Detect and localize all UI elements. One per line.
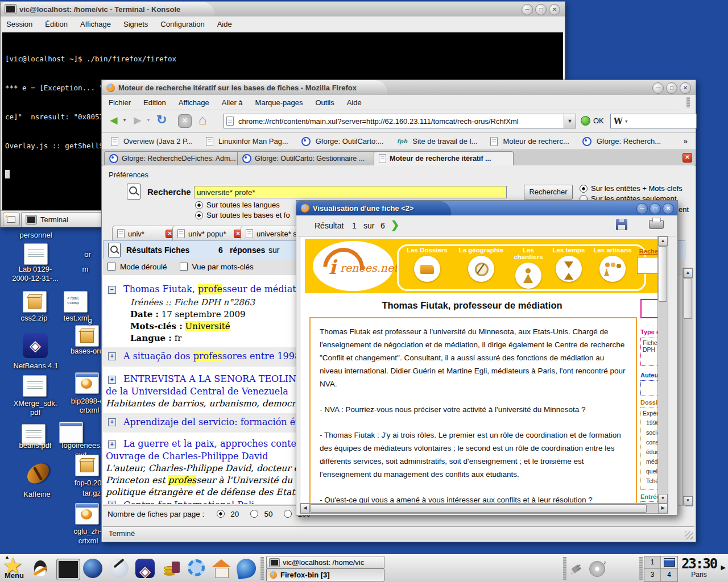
query-tab[interactable]: univ* ✕ <box>112 226 179 242</box>
menu-item[interactable]: Marque-pages <box>255 98 303 107</box>
cd-player-icon[interactable]: ♪ <box>589 561 605 577</box>
url-input[interactable] <box>237 117 565 126</box>
next-result-icon[interactable]: ❯ <box>391 219 399 231</box>
home-icon[interactable] <box>212 559 231 577</box>
bookmark-item[interactable]: Gforge: Recherch... <box>597 137 661 146</box>
forward-button[interactable]: ► <box>131 113 144 128</box>
toolbar-grippy[interactable] <box>686 97 690 107</box>
netbeans-icon[interactable] <box>23 333 48 358</box>
menu-item[interactable]: Signets <box>123 20 148 28</box>
checkbox-icon[interactable] <box>180 263 188 271</box>
url-dropdown-button[interactable]: ▼ <box>564 114 576 128</box>
applet-handle[interactable] <box>639 557 643 580</box>
minimize-button[interactable]: ─ <box>636 203 648 214</box>
minimize-button[interactable]: ─ <box>522 4 533 15</box>
close-button[interactable]: ✕ <box>549 4 560 15</box>
netbeans-taskbar-icon[interactable] <box>135 559 155 578</box>
collapse-icon[interactable]: − <box>108 286 116 294</box>
home-button[interactable]: ⌂ <box>198 112 207 128</box>
scroll-left-icon[interactable]: ◀ <box>300 504 310 513</box>
package-file-icon[interactable] <box>75 325 99 347</box>
preferences-link[interactable]: Préférences <box>109 171 148 179</box>
bookmark-item[interactable]: Overview (Java 2 P... <box>123 137 193 146</box>
browser-tab[interactable]: Gforge: OutilCarto: Gestionnaire ... <box>237 151 382 165</box>
konqueror-icon[interactable] <box>235 557 257 579</box>
crtxml-file-icon[interactable] <box>75 503 99 525</box>
expand-icon[interactable]: + <box>108 418 116 426</box>
scroll-down-icon[interactable]: ▼ <box>683 496 693 506</box>
query-tab[interactable]: univ* popu* ✕ <box>172 226 247 242</box>
menu-item[interactable]: Outils <box>315 98 334 107</box>
clock-applet[interactable]: 23:30 Paris <box>680 556 718 581</box>
task-button[interactable]: vic@localhost: /home/vic <box>266 556 384 569</box>
maximize-button[interactable]: □ <box>535 4 547 15</box>
scroll-down-icon[interactable]: ▼ <box>658 494 668 504</box>
desktop-icon-label[interactable]: pdf <box>17 408 53 417</box>
applet-handle[interactable] <box>260 557 264 580</box>
go-button[interactable]: OK <box>581 114 604 127</box>
menu-item[interactable]: Aller à <box>222 98 243 107</box>
bookmark-item[interactable]: Gforge: OutilCarto:... <box>316 137 384 146</box>
kcontrol-gear-icon[interactable] <box>188 559 205 576</box>
desktop-icon-label[interactable]: NetBeans 4.1 <box>10 361 61 370</box>
search-engine-dropdown-icon[interactable]: ▼ <box>624 119 628 123</box>
results-scrollbar[interactable]: ▲ ▼ <box>682 268 693 506</box>
crtxml-file-icon[interactable] <box>75 372 99 394</box>
konsole-titlebar[interactable]: vic@localhost: /home/vic - Terminal - Ko… <box>1 2 565 16</box>
expand-icon[interactable]: + <box>108 376 116 384</box>
popup-titlebar[interactable]: Visualisation d'une fiche <2> ─ □ ✕ <box>296 201 677 215</box>
browser-tab[interactable]: Gforge: RechercheDeFiches: Adm... <box>104 151 245 165</box>
bookmark-item[interactable]: Moteur de recherc... <box>503 137 569 146</box>
zip-file-icon[interactable] <box>23 291 47 313</box>
expand-icon[interactable]: + <box>108 352 116 360</box>
maximize-button[interactable]: □ <box>650 203 661 214</box>
save-icon[interactable] <box>616 219 627 230</box>
menu-item[interactable]: Aide <box>217 20 232 28</box>
menu-item[interactable]: Édition <box>45 20 68 28</box>
radio-icon[interactable] <box>284 510 292 518</box>
url-bar[interactable] <box>224 114 568 128</box>
pager-desktop-4[interactable]: 4 <box>661 569 677 581</box>
konsole-icon[interactable] <box>57 559 80 580</box>
menu-item[interactable]: Fichier <box>109 98 131 107</box>
maximize-button[interactable]: □ <box>666 82 677 94</box>
result-title[interactable]: Thomas Fiutak, professeur de médiatio <box>123 284 304 294</box>
checkbox-icon[interactable] <box>107 263 115 271</box>
close-tab-button[interactable]: ✕ <box>682 153 692 163</box>
close-button[interactable]: ✕ <box>663 203 674 214</box>
scroll-right-icon[interactable]: ▶ <box>658 504 668 513</box>
bookmark-item[interactable]: Site de travail de l... <box>412 137 477 146</box>
result-title[interactable]: Centre for International Poli <box>123 500 254 504</box>
menu-item[interactable]: Aide <box>347 98 362 107</box>
desktop-icon-label[interactable]: personnel <box>10 231 61 239</box>
applet-handle[interactable] <box>563 557 566 580</box>
reload-button[interactable]: ↻ <box>156 113 167 127</box>
nav-item-dossiers[interactable]: Les Dossiers <box>406 247 448 282</box>
scroll-up-icon[interactable]: ▲ <box>683 268 693 278</box>
kaffeine-icon[interactable] <box>23 459 53 487</box>
forward-dropdown-icon[interactable]: ▼ <box>146 118 151 123</box>
back-dropdown-icon[interactable]: ▼ <box>122 118 127 123</box>
nav-item-geographie[interactable]: La géographie <box>457 247 505 282</box>
search-query-input[interactable] <box>194 186 507 198</box>
irenees-logo[interactable]: i renees.net <box>313 241 394 291</box>
close-button[interactable]: ✕ <box>680 82 691 94</box>
rtf-file-icon[interactable] <box>24 243 48 265</box>
nav-item-temps[interactable]: Les temps <box>551 247 587 282</box>
new-session-button[interactable]: ✦ <box>3 213 20 226</box>
panel-hide-right-icon[interactable]: ▶ <box>721 564 726 571</box>
radio-icon[interactable] <box>250 510 258 518</box>
desktop-icon-label[interactable]: Kaffeine <box>13 490 61 498</box>
scrollbar-thumb[interactable] <box>659 246 667 302</box>
scrollbar-thumb[interactable] <box>684 278 692 319</box>
resize-grip[interactable] <box>685 531 693 539</box>
search-button[interactable]: Rechercher <box>524 185 573 199</box>
nav-item-chantiers[interactable]: Les chantiers <box>507 247 549 289</box>
bookmarks-overflow-button[interactable]: » <box>684 137 688 146</box>
kmenu-button[interactable]: ★ Menu <box>1 555 27 581</box>
result-title[interactable]: de la Universidad Central de Venezuela <box>106 386 288 397</box>
xml-file-icon[interactable]: <?xml<comp <box>64 291 88 313</box>
menu-item[interactable]: Configuration <box>160 20 204 28</box>
pager-desktop-2-active[interactable] <box>661 556 677 569</box>
desktop-icon-label[interactable]: XMerge_sdk. <box>7 399 64 408</box>
